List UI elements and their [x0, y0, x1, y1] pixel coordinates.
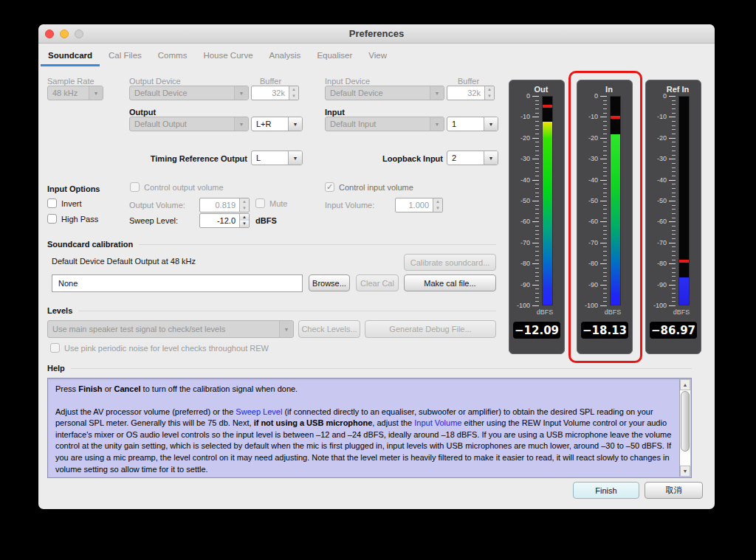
input-volume-spinner: 1.000 ▲▼ [395, 198, 443, 212]
title-bar: Preferences [38, 24, 715, 44]
chevron-down-icon: ▼ [234, 117, 248, 131]
meter-readout: −12.09 [513, 322, 560, 339]
meter-ticks [669, 96, 676, 306]
checkmark-icon: ✓ [325, 182, 334, 192]
checkbox-icon [255, 198, 265, 208]
chevron-down-icon: ▼ [279, 321, 293, 337]
meter-fill [611, 134, 620, 305]
meter-unit: dBFS [594, 308, 632, 316]
meter-scale: 0-10-20-30-40-50-60-70-80-90-100 [511, 96, 530, 305]
meter-unit: dBFS [526, 308, 564, 316]
input-select: Default Input ▼ [325, 117, 444, 131]
peak-hold-mark [543, 105, 552, 108]
meter-unit: dBFS [662, 308, 701, 316]
output-buffer-label: Buffer [260, 77, 281, 86]
input-buffer-spinner: 32k ▲▼ [447, 86, 495, 100]
tab-equaliser[interactable]: Equaliser [309, 44, 360, 66]
tab-bar: Soundcard Cal Files Comms House Curve An… [38, 44, 715, 66]
meter-title: Ref In [655, 85, 701, 94]
loopback-input-select[interactable]: 2 ▼ [447, 151, 498, 165]
stepper-up-icon[interactable]: ▲ [240, 214, 249, 221]
sweep-level-spinner[interactable]: -12.0 ▲▼ [199, 213, 250, 228]
output-volume-label: Output Volume: [129, 201, 185, 210]
input-volume-link[interactable]: Input Volume [414, 418, 461, 427]
input-buffer-label: Buffer [458, 77, 479, 86]
calibration-device-line: Default Device Default Output at 48 kHz [52, 257, 196, 266]
minimize-button[interactable] [60, 30, 69, 38]
meter-ticks [532, 96, 539, 306]
close-button[interactable] [45, 30, 54, 38]
output-channel-select[interactable]: L+R ▼ [251, 117, 303, 131]
stepper-up-icon: ▲ [240, 198, 249, 205]
input-options-label: Input Options [47, 184, 100, 193]
meter-scale: 0-10-20-30-40-50-60-70-80-90-100 [579, 96, 598, 305]
cancel-button[interactable]: 取消 [645, 482, 703, 499]
meter-title: Out [518, 85, 564, 94]
control-input-volume-checkbox: ✓ Control input volume [325, 182, 413, 192]
timing-reference-label: Timing Reference Output [38, 154, 247, 163]
help-scrollbar[interactable]: ▲ ▼ [679, 379, 690, 477]
sweep-level-label: Sweep Level: [129, 216, 178, 225]
chevron-down-icon: ▼ [89, 86, 103, 100]
output-buffer-spinner: 32k ▲▼ [251, 86, 299, 100]
soundcard-calibration-header: Soundcard calibration [47, 240, 139, 249]
invert-checkbox[interactable]: Invert [47, 198, 82, 208]
output-volume-spinner: 0.819 ▲▼ [199, 198, 250, 212]
preferences-window: Preferences Soundcard Cal Files Comms Ho… [38, 24, 715, 509]
help-text: Press Finish or Cancel to turn off the c… [55, 384, 673, 486]
zoom-button [75, 30, 83, 38]
high-pass-checkbox[interactable]: High Pass [47, 214, 98, 224]
input-label: Input [325, 108, 345, 117]
stepper-up-icon: ▲ [433, 198, 442, 205]
section-divider [47, 368, 692, 369]
clear-cal-button: Clear Cal [356, 274, 399, 291]
tab-analysis[interactable]: Analysis [261, 44, 309, 66]
help-header: Help [47, 364, 71, 373]
meter-bar [610, 96, 621, 305]
chevron-down-icon: ▼ [288, 117, 302, 131]
meter-title: In [586, 85, 632, 94]
sweep-level-link[interactable]: Sweep Level [236, 407, 282, 416]
level-signal-select: Use main speaker test signal to check/se… [47, 320, 294, 338]
tab-view[interactable]: View [360, 44, 395, 66]
help-box: Press Finish or Cancel to turn off the c… [47, 378, 692, 478]
window-title: Preferences [38, 24, 715, 44]
make-cal-file-button[interactable]: Make cal file... [404, 274, 496, 291]
pink-noise-checkbox: Use pink periodic noise for level checks… [50, 343, 269, 353]
stepper-down-icon: ▼ [433, 205, 442, 212]
cal-file-input[interactable] [52, 274, 303, 292]
input-level-meter: In 0-10-20-30-40-50-60-70-80-90-100 dBFS… [577, 80, 633, 354]
chevron-down-icon: ▼ [484, 117, 498, 131]
finish-button[interactable]: Finish [573, 482, 639, 499]
output-level-meter: Out 0-10-20-30-40-50-60-70-80-90-100 dBF… [509, 80, 565, 354]
section-divider [47, 311, 496, 311]
meter-readout: −18.13 [581, 322, 628, 339]
peak-hold-mark [611, 116, 620, 119]
tab-comms[interactable]: Comms [150, 44, 196, 66]
traffic-lights [45, 30, 83, 38]
stepper-down-icon: ▼ [485, 93, 494, 100]
scroll-down-icon[interactable]: ▼ [680, 466, 690, 477]
output-select: Default Output ▼ [129, 117, 249, 131]
meter-scale: 0-10-20-30-40-50-60-70-80-90-100 [647, 96, 667, 305]
sample-rate-label: Sample Rate [47, 77, 94, 86]
input-device-select: Default Device ▼ [325, 86, 444, 100]
levels-header: Levels [47, 306, 78, 315]
browse-button[interactable]: Browse... [309, 274, 350, 291]
scrollbar-thumb[interactable] [681, 391, 690, 452]
tab-cal-files[interactable]: Cal Files [100, 44, 150, 66]
mute-checkbox: Mute [255, 198, 287, 208]
tab-house-curve[interactable]: House Curve [195, 44, 261, 66]
stepper-down-icon[interactable]: ▼ [240, 221, 249, 227]
input-channel-select[interactable]: 1 ▼ [447, 117, 498, 131]
input-volume-label: Input Volume: [325, 201, 374, 210]
chevron-down-icon: ▼ [484, 151, 498, 165]
meter-bar [542, 96, 553, 305]
control-output-volume-checkbox: Control output volume [130, 182, 224, 192]
ref-input-level-meter: Ref In 0-10-20-30-40-50-60-70-80-90-100 … [645, 80, 701, 354]
tab-soundcard[interactable]: Soundcard [40, 44, 100, 66]
checkbox-icon [47, 198, 57, 208]
scroll-up-icon[interactable]: ▲ [680, 379, 690, 390]
output-device-label: Output Device [129, 77, 181, 86]
meter-readout: −86.97 [650, 322, 697, 339]
